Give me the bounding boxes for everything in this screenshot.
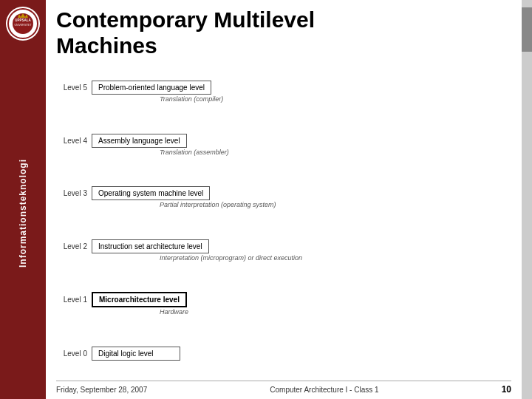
level2-box: Instruction set architecture level <box>92 239 209 253</box>
scrollbar-thumb[interactable] <box>522 7 532 52</box>
level5-translation: Translation (compiler) <box>160 95 223 103</box>
footer: Friday, September 28, 2007 Computer Arch… <box>56 381 511 395</box>
level3-translation: Partial interpretation (operating system… <box>160 201 276 208</box>
level2-translation: Interpretation (microprogram) or direct … <box>160 254 302 262</box>
level0-group: Level 0 Digital logic level <box>56 347 511 361</box>
sidebar: UPPSALA UNIVERSITET Informationsteknolog… <box>0 0 46 399</box>
level1-group: Level 1 Microarchitecture level Hardware <box>56 292 511 316</box>
page-number: 10 <box>502 384 511 395</box>
svg-text:UNIVERSITET: UNIVERSITET <box>14 24 32 27</box>
level4-group: Level 4 Assembly language level Translat… <box>56 134 511 156</box>
level4-translation: Translation (assembler) <box>160 149 229 156</box>
level0-box: Digital logic level <box>92 347 180 361</box>
level4-label: Level 4 <box>56 137 92 145</box>
level2-label: Level 2 <box>56 242 92 250</box>
sidebar-label: Informationsteknologi <box>18 49 28 378</box>
level3-label: Level 3 <box>56 189 92 197</box>
university-logo: UPPSALA UNIVERSITET <box>5 6 41 41</box>
level3-group: Level 3 Operating system machine level P… <box>56 186 511 208</box>
level2-group: Level 2 Instruction set architecture lev… <box>56 239 511 262</box>
level1-box: Microarchitecture level <box>92 292 187 307</box>
diagram: Level 5 Problem-oriented language level … <box>56 64 511 378</box>
footer-date: Friday, September 28, 2007 <box>56 386 147 394</box>
logo-area: UPPSALA UNIVERSITET <box>5 6 41 41</box>
main-content: Contemporary Multilevel Machines Level 5… <box>46 0 522 399</box>
footer-course: Computer Architecture I - Class 1 <box>270 386 378 394</box>
level0-label: Level 0 <box>56 349 92 358</box>
level3-box: Operating system machine level <box>92 186 210 200</box>
level5-label: Level 5 <box>56 83 92 92</box>
scrollbar[interactable] <box>522 0 532 399</box>
page-title: Contemporary Multilevel Machines <box>56 7 511 58</box>
level1-translation: Hardware <box>160 308 188 316</box>
svg-text:UPPSALA: UPPSALA <box>15 18 31 22</box>
level5-group: Level 5 Problem-oriented language level … <box>56 81 511 103</box>
level5-box: Problem-oriented language level <box>92 81 211 95</box>
level1-label: Level 1 <box>56 296 92 304</box>
level4-box: Assembly language level <box>92 134 187 148</box>
